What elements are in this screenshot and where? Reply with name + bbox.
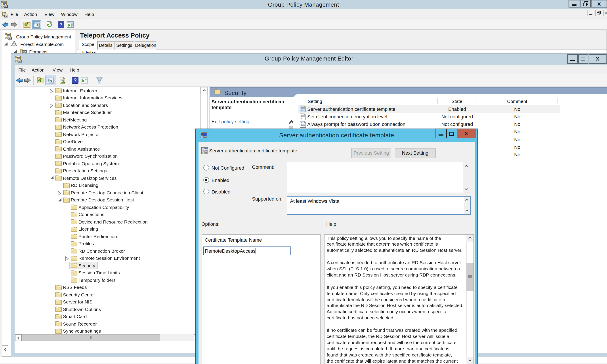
svg-text:?: ? — [59, 22, 63, 28]
svg-text:?: ? — [74, 77, 77, 83]
